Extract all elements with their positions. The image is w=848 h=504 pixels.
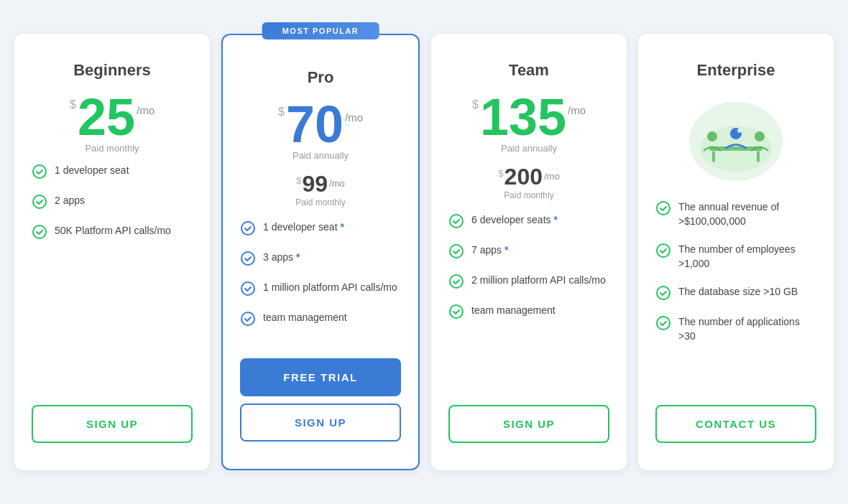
feature-text: 2 million platform API calls/mo: [471, 274, 606, 288]
svg-point-19: [657, 202, 670, 215]
svg-point-22: [657, 317, 670, 330]
plan-card-beginners: Beginners $ 25 /mo Paid monthly 1 develo…: [14, 34, 210, 470]
feature-item: team management: [240, 311, 401, 327]
feature-item: 2 million platform API calls/mo: [448, 274, 609, 289]
alt-currency-pro: $: [296, 175, 301, 186]
svg-point-9: [450, 275, 463, 288]
feature-item: The number of applications >30: [655, 315, 816, 343]
svg-point-18: [737, 129, 742, 133]
check-icon: [240, 251, 256, 266]
svg-point-3: [241, 222, 254, 235]
svg-point-5: [241, 282, 254, 295]
feature-item: 3 apps *: [240, 251, 401, 266]
feature-item: The database size >10 GB: [655, 285, 816, 301]
per-mo-pro: /mo: [345, 111, 363, 123]
feature-text: team management: [263, 311, 347, 325]
plan-title-enterprise: Enterprise: [655, 61, 816, 80]
alt-amount-pro: 99: [302, 171, 328, 197]
alt-price-block-pro: $ 99 /mo Paid monthly: [240, 171, 401, 216]
price-block-team: $ 135 /mo Paid annually: [448, 91, 609, 161]
feature-item: team management: [448, 304, 609, 319]
feature-text: 50K Platform API calls/mo: [55, 224, 171, 238]
feature-text: 6 developer seats *: [471, 213, 558, 228]
alt-per-mo-pro: /mo: [329, 178, 345, 189]
check-icon: [655, 243, 671, 258]
currency-team: $: [472, 98, 479, 111]
svg-rect-14: [757, 151, 760, 162]
price-amount-beginners: 25: [78, 91, 135, 143]
svg-point-1: [33, 195, 46, 208]
svg-point-10: [450, 305, 463, 318]
check-icon: [448, 274, 464, 289]
features-list-enterprise: The annual revenue of >$100,000,000 The …: [655, 200, 816, 388]
enterprise-illustration: [655, 91, 816, 192]
svg-point-20: [657, 244, 670, 257]
check-icon: [655, 315, 671, 331]
plan-title-pro: Pro: [240, 68, 401, 87]
feature-text: team management: [471, 304, 556, 318]
svg-rect-13: [712, 151, 715, 162]
plan-title-beginners: Beginners: [32, 61, 193, 80]
svg-point-6: [241, 312, 254, 325]
most-popular-badge: MOST POPULAR: [262, 22, 379, 39]
contact-us-button-enterprise[interactable]: CONTACT US: [655, 405, 816, 443]
feature-item: The number of employees >1,000: [655, 243, 816, 271]
feature-text: 2 apps: [55, 194, 85, 208]
alt-paid-label-team: Paid monthly: [448, 190, 609, 200]
check-icon: [655, 200, 671, 216]
alt-paid-label-pro: Paid monthly: [240, 197, 401, 207]
paid-label-team: Paid annually: [448, 143, 609, 154]
paid-label-beginners: Paid monthly: [32, 143, 193, 154]
feature-text: 1 developer seat: [55, 164, 129, 178]
feature-item: The annual revenue of >$100,000,000: [655, 200, 816, 228]
signup-button-beginners[interactable]: SIGN UP: [32, 405, 193, 443]
features-list-pro: 1 developer seat * 3 apps * 1 million pl…: [240, 220, 401, 341]
feature-text: The number of applications >30: [678, 315, 816, 343]
feature-text: 7 apps *: [471, 243, 508, 258]
currency-beginners: $: [70, 98, 76, 111]
feature-text: The database size >10 GB: [678, 285, 798, 299]
feature-item: 1 million platform API calls/mo: [240, 281, 401, 297]
svg-point-7: [450, 215, 463, 228]
alt-price-block-team: $ 200 /mo Paid monthly: [448, 164, 609, 209]
free-trial-button-pro[interactable]: FREE TRIAL: [240, 358, 401, 396]
check-icon: [240, 281, 256, 297]
enterprise-team-icon: [696, 109, 775, 174]
check-icon: [32, 224, 47, 240]
check-icon: [448, 213, 464, 229]
svg-point-21: [657, 286, 670, 299]
feature-text: The annual revenue of >$100,000,000: [678, 200, 816, 228]
per-mo-beginners: /mo: [137, 104, 155, 116]
check-icon: [32, 194, 47, 210]
svg-point-17: [755, 131, 765, 141]
svg-point-2: [33, 225, 46, 238]
signup-button-team[interactable]: SIGN UP: [448, 405, 609, 443]
plan-card-team: Team $ 135 /mo Paid annually $ 200 /mo P…: [431, 34, 627, 470]
check-icon: [32, 164, 47, 179]
feature-item: 6 developer seats *: [448, 213, 609, 229]
feature-item: 2 apps: [32, 194, 193, 210]
feature-item: 1 developer seat *: [240, 220, 401, 236]
alt-per-mo-team: /mo: [544, 171, 560, 182]
feature-item: 50K Platform API calls/mo: [32, 224, 193, 240]
feature-item: 7 apps *: [448, 243, 609, 259]
svg-point-15: [707, 131, 717, 141]
feature-text: 1 developer seat *: [263, 220, 344, 235]
price-block-beginners: $ 25 /mo Paid monthly: [32, 91, 193, 161]
price-block-pro: $ 70 /mo Paid annually: [240, 98, 401, 168]
feature-item: 1 developer seat: [32, 164, 193, 179]
alt-currency-team: $: [498, 168, 503, 179]
plan-title-team: Team: [448, 61, 609, 80]
per-mo-team: /mo: [568, 104, 586, 116]
feature-text: The number of employees >1,000: [678, 243, 816, 271]
feature-text: 3 apps *: [263, 251, 300, 265]
check-icon: [448, 304, 464, 319]
svg-point-8: [450, 245, 463, 258]
svg-point-0: [33, 165, 46, 178]
price-amount-pro: 70: [286, 98, 344, 150]
plan-card-pro: MOST POPULAR Pro $ 70 /mo Paid annually …: [221, 34, 420, 470]
check-icon: [448, 243, 464, 259]
signup-button-pro[interactable]: SIGN UP: [240, 403, 401, 442]
features-list-beginners: 1 developer seat 2 apps 50K Platform API…: [32, 164, 193, 388]
currency-pro: $: [278, 106, 285, 118]
